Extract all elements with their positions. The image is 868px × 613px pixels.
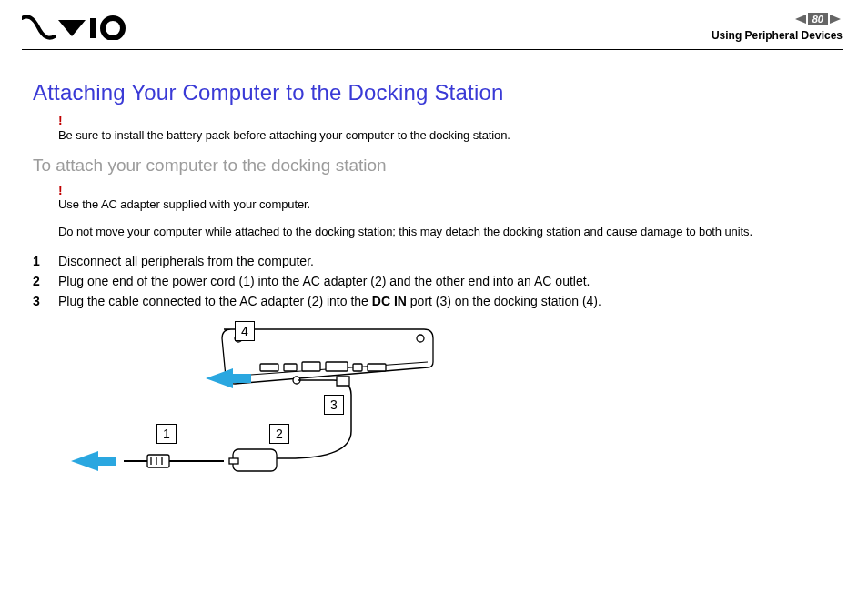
nav-prev-icon[interactable]: [793, 13, 808, 25]
svg-rect-13: [233, 449, 277, 471]
svg-rect-11: [368, 364, 386, 371]
step-text-2: Plug one end of the power cord (1) into …: [58, 272, 590, 292]
svg-point-5: [417, 335, 424, 342]
step-text-1: Disconnect all peripherals from the comp…: [58, 252, 314, 272]
svg-rect-0: [90, 18, 96, 38]
vaio-logo: [22, 15, 131, 40]
svg-marker-3: [830, 15, 841, 24]
page-title: Attaching Your Computer to the Docking S…: [33, 80, 835, 106]
page-number-badge: 80: [808, 13, 828, 25]
warning-icon: !: [58, 115, 835, 126]
svg-rect-6: [260, 364, 278, 371]
figure-callout-3: 3: [324, 395, 344, 415]
step-text-3: Plug the cable connected to the AC adapt…: [58, 292, 601, 312]
warning-icon: !: [58, 185, 835, 196]
svg-rect-8: [302, 362, 320, 371]
step-number: 1: [33, 252, 45, 272]
step-number: 3: [33, 292, 45, 312]
docking-station-figure: 4 3 2 1: [60, 322, 442, 513]
svg-rect-7: [284, 364, 297, 371]
step3-bold: DC IN: [372, 294, 407, 308]
svg-point-1: [103, 18, 123, 38]
header-rule: [22, 49, 843, 50]
warning-text-2: Use the AC adapter supplied with your co…: [58, 197, 310, 211]
svg-marker-2: [795, 15, 806, 24]
warning-text-3: Do not move your computer while attached…: [58, 225, 752, 238]
nav-next-icon[interactable]: [828, 13, 843, 25]
warning-text-1: Be sure to install the battery pack befo…: [58, 128, 510, 142]
figure-callout-1: 1: [156, 424, 177, 444]
step3-part1: Plug the cable connected to the AC adapt…: [58, 294, 372, 308]
breadcrumb: Using Peripheral Devices: [712, 29, 843, 42]
svg-rect-14: [229, 458, 238, 464]
svg-rect-9: [326, 362, 348, 371]
step3-tail: port (3) on the docking station (4).: [407, 294, 601, 308]
figure-callout-4: 4: [235, 321, 255, 341]
step-number: 2: [33, 272, 45, 292]
figure-callout-2: 2: [269, 424, 289, 444]
svg-marker-19: [71, 451, 116, 471]
svg-rect-10: [353, 364, 362, 371]
section-subtitle: To attach your computer to the docking s…: [33, 156, 835, 176]
